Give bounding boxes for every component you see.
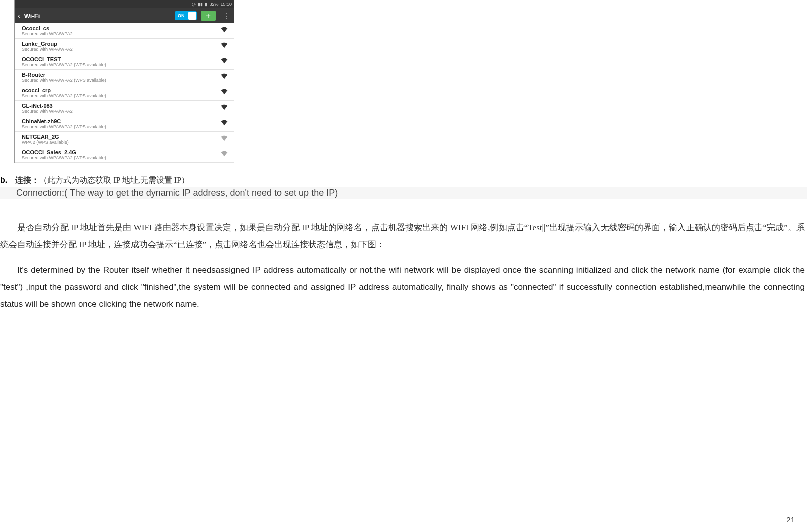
wifi-signal-icon: [220, 26, 229, 36]
wifi-signal-icon: [220, 135, 229, 144]
wifi-network-row[interactable]: OCOCCI_TESTSecured with WPA/WPA2 (WPS av…: [15, 54, 234, 70]
overflow-menu-icon[interactable]: ⋮: [223, 12, 231, 21]
paragraph-cn: 是否自动分配 IP 地址首先是由 WIFI 路由器本身设置决定，如果是自动分配 …: [0, 220, 805, 254]
wifi-network-row[interactable]: ChinaNet-zh9CSecured with WPA/WPA2 (WPS …: [15, 116, 234, 132]
signal-icon: ▮▮: [198, 2, 203, 7]
paragraph-en-text: It's determined by the Router itself whe…: [0, 266, 805, 309]
wifi-network-security: Secured with WPA/WPA2 (WPS available): [22, 62, 220, 68]
wifi-network-name: NETGEAR_2G: [22, 134, 220, 140]
android-wifi-screenshot: ◎ ▮▮ ▮ 32% 15:10 ‹ Wi-Fi ON ＋ ⋮ Ococci_c…: [14, 0, 234, 164]
page-number: 21: [786, 516, 795, 524]
wifi-network-name: OCOCCI_Sales_2.4G: [22, 150, 220, 156]
wifi-signal-icon: [220, 150, 229, 160]
wifi-network-row[interactable]: OCOCCI_Sales_2.4GSecured with WPA/WPA2 (…: [15, 148, 234, 163]
wifi-title: Wi-Fi: [24, 12, 171, 20]
wifi-network-row[interactable]: GL-iNet-083Secured with WPA/WPA2: [15, 101, 234, 116]
alarm-icon: ◎: [192, 2, 196, 7]
section-b-cn-bold: 连接：: [15, 176, 39, 184]
wifi-network-row[interactable]: B-RouterSecured with WPA/WPA2 (WPS avail…: [15, 70, 234, 86]
wifi-network-security: Secured with WPA/WPA2: [22, 32, 220, 36]
add-network-button[interactable]: ＋: [201, 11, 216, 21]
wifi-network-security: WPA 2 (WPS available): [22, 140, 220, 145]
section-b-label: b.: [0, 176, 7, 184]
wifi-network-name: OCOCCI_TEST: [22, 56, 220, 62]
wifi-network-security: Secured with WPA/WPA2: [22, 109, 220, 114]
wifi-network-row[interactable]: Lanke_GroupSecured with WPA/WPA2: [15, 39, 234, 54]
wifi-network-list: Ococci_csSecured with WPA/WPA2Lanke_Grou…: [15, 24, 234, 163]
wifi-network-name: B-Router: [22, 72, 220, 78]
section-b-en-line: Connection:( The way to get the dynamic …: [0, 187, 807, 200]
wifi-signal-icon: [220, 58, 229, 66]
back-icon[interactable]: ‹: [18, 12, 20, 20]
wifi-network-security: Secured with WPA/WPA2 (WPS available): [22, 156, 220, 160]
phone-header: ‹ Wi-Fi ON ＋ ⋮: [15, 8, 234, 24]
wifi-signal-icon: [220, 104, 229, 113]
section-b-en-rest: The way to get the dynamic IP address, d…: [70, 188, 338, 198]
section-b-cn-line: b. 连接：（此方式为动态获取 IP 地址,无需设置 IP）: [0, 176, 807, 186]
wifi-signal-icon: [220, 120, 229, 128]
wifi-network-name: ococci_crp: [22, 88, 220, 94]
wifi-network-name: GL-iNet-083: [22, 103, 220, 109]
wifi-network-security: Secured with WPA/WPA2 (WPS available): [22, 94, 220, 98]
paragraph-cn-text: 是否自动分配 IP 地址首先是由 WIFI 路由器本身设置决定，如果是自动分配 …: [0, 223, 805, 250]
wifi-network-name: Ococci_cs: [22, 26, 220, 32]
wifi-network-name: Lanke_Group: [22, 41, 220, 47]
wifi-signal-icon: [220, 73, 229, 82]
paragraph-en: It's determined by the Router itself whe…: [0, 262, 805, 313]
section-b-en-prefix: Connection:(: [16, 188, 70, 198]
page: ◎ ▮▮ ▮ 32% 15:10 ‹ Wi-Fi ON ＋ ⋮ Ococci_c…: [0, 0, 807, 532]
wifi-network-name: ChinaNet-zh9C: [22, 118, 220, 124]
wifi-signal-icon: [220, 88, 229, 98]
wifi-network-row[interactable]: NETGEAR_2GWPA 2 (WPS available): [15, 132, 234, 148]
wifi-toggle[interactable]: ON: [175, 12, 197, 20]
phone-status-bar: ◎ ▮▮ ▮ 32% 15:10: [15, 0, 234, 8]
body-paragraphs: 是否自动分配 IP 地址首先是由 WIFI 路由器本身设置决定，如果是自动分配 …: [0, 220, 807, 313]
section-b-cn-rest: （此方式为动态获取 IP 地址,无需设置 IP）: [39, 176, 189, 184]
section-b: b. 连接：（此方式为动态获取 IP 地址,无需设置 IP） Connectio…: [0, 176, 807, 200]
wifi-network-security: Secured with WPA/WPA2 (WPS available): [22, 124, 220, 130]
wifi-network-security: Secured with WPA/WPA2: [22, 47, 220, 52]
wifi-network-security: Secured with WPA/WPA2 (WPS available): [22, 78, 220, 83]
wifi-signal-icon: [220, 42, 229, 51]
battery-icon: ▮: [205, 2, 207, 7]
battery-label: 32%: [209, 2, 218, 7]
wifi-network-row[interactable]: ococci_crpSecured with WPA/WPA2 (WPS ava…: [15, 86, 234, 101]
wifi-network-row[interactable]: Ococci_csSecured with WPA/WPA2: [15, 24, 234, 39]
clock-label: 15:10: [220, 2, 232, 7]
